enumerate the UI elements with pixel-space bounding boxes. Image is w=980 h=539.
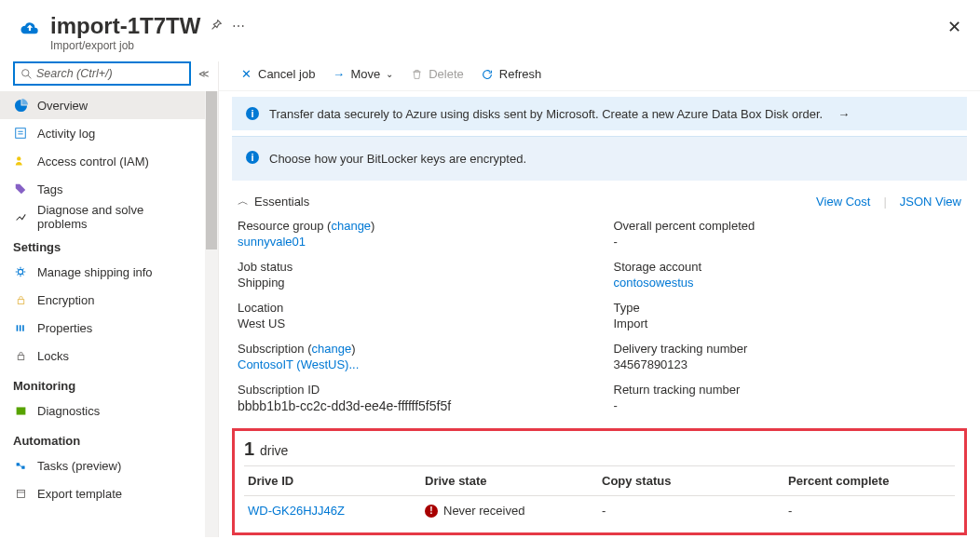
sidebar-item-properties[interactable]: Properties [0, 314, 205, 342]
percent-complete-value: - [788, 504, 951, 518]
sidebar-item-label: Access control (IAM) [37, 155, 149, 168]
drives-header-row: Drive ID Drive state Copy status Percent… [244, 465, 955, 496]
sidebar-item-iam[interactable]: Access control (IAM) [0, 147, 205, 175]
cancel-label: Cancel job [258, 67, 315, 81]
svg-point-6 [18, 269, 22, 274]
sidebar-item-label: Tags [37, 182, 62, 196]
cancel-job-button[interactable]: ✕ Cancel job [239, 67, 315, 81]
sidebar-item-label: Properties [37, 321, 92, 335]
move-label: Move [350, 67, 380, 81]
col-drive-id: Drive ID [248, 474, 425, 488]
col-percent-complete: Percent complete [788, 474, 951, 488]
scrollbar-thumb[interactable] [206, 91, 217, 249]
sidebar-item-export[interactable]: Export template [0, 479, 205, 507]
sidebar-item-overview[interactable]: Overview [0, 91, 205, 119]
col-copy-status: Copy status [602, 474, 788, 488]
sidebar-item-label: Locks [37, 349, 69, 363]
sidebar-item-label: Tasks (preview) [37, 459, 121, 473]
svg-text:i: i [251, 152, 253, 163]
search-input[interactable] [36, 67, 184, 80]
view-cost-link[interactable]: View Cost [816, 195, 870, 209]
pin-icon[interactable] [210, 19, 223, 34]
refresh-icon [481, 68, 494, 81]
sidebar-item-tags[interactable]: Tags [0, 175, 205, 203]
svg-rect-13 [16, 463, 19, 465]
more-icon[interactable]: ⋯ [232, 19, 245, 34]
page-title: import-1T7TW [50, 13, 200, 39]
refresh-button[interactable]: Refresh [481, 67, 542, 81]
arrow-right-icon: → [837, 107, 850, 121]
status-value: Shipping [238, 276, 586, 290]
change-subscription-link[interactable]: change [312, 342, 352, 356]
sidebar-item-label: Export template [37, 487, 122, 501]
return-label: Return tracking number [614, 383, 962, 397]
essentials-toggle[interactable]: ︿ Essentials [238, 194, 309, 209]
col-drive-state: Drive state [425, 474, 602, 488]
banner-text: Choose how your BitLocker keys are encry… [269, 152, 526, 166]
diagnose-icon [13, 209, 28, 224]
svg-rect-16 [17, 490, 24, 497]
tags-icon [13, 182, 28, 196]
return-value: - [614, 398, 962, 412]
delete-icon [410, 68, 423, 81]
move-button[interactable]: → Move ⌄ [332, 67, 393, 81]
essentials-grid: Resource group (change) sunnyvale01 Over… [219, 215, 980, 423]
drive-id-link[interactable]: WD-GK26HJJ46Z [248, 504, 345, 518]
location-label: Location [238, 301, 586, 315]
subid-label: Subscription ID [238, 383, 586, 397]
json-view-link[interactable]: JSON View [900, 195, 961, 209]
sidebar-item-locks[interactable]: Locks [0, 342, 205, 370]
sidebar-section-settings: Settings [0, 231, 218, 258]
diagnostics-icon [13, 403, 28, 418]
locks-icon [13, 348, 28, 363]
delete-button: Delete [410, 67, 464, 81]
error-icon: ! [425, 505, 438, 518]
separator: | [883, 195, 886, 209]
tasks-icon [13, 458, 28, 473]
svg-text:i: i [251, 108, 253, 119]
sidebar: ≪ Overview Activity log Access control (… [0, 61, 219, 537]
storage-value[interactable]: contosowestus [614, 276, 694, 290]
storage-label: Storage account [614, 260, 962, 274]
collapse-sidebar-icon[interactable]: ≪ [198, 68, 210, 80]
sidebar-section-monitoring: Monitoring [0, 370, 218, 397]
export-template-icon [13, 486, 28, 501]
subscription-label: Subscription [238, 342, 305, 356]
info-banner-bitlocker[interactable]: i Choose how your BitLocker keys are enc… [232, 136, 967, 181]
resource-group-label: Resource group [238, 219, 324, 233]
drive-state-value: Never received [443, 504, 524, 518]
cancel-icon: ✕ [239, 68, 252, 81]
blade-header: import-1T7TW ⋯ Import/export job ✕ [0, 0, 980, 61]
sidebar-item-shipping[interactable]: Manage shipping info [0, 258, 205, 286]
svg-rect-11 [18, 355, 24, 359]
sidebar-item-encryption[interactable]: Encryption [0, 286, 205, 314]
sidebar-item-label: Diagnose and solve problems [37, 203, 192, 231]
sidebar-item-diagnose[interactable]: Diagnose and solve problems [0, 203, 205, 231]
subscription-value[interactable]: ContosoIT (WestUS)... [238, 357, 359, 371]
close-icon[interactable]: ✕ [947, 17, 961, 37]
command-bar: ✕ Cancel job → Move ⌄ Delete Refresh [219, 61, 980, 91]
svg-line-1 [28, 75, 31, 78]
sidebar-item-tasks[interactable]: Tasks (preview) [0, 451, 205, 479]
svg-rect-7 [18, 299, 24, 303]
sidebar-item-activity[interactable]: Activity log [0, 119, 205, 147]
pct-value: - [614, 235, 962, 249]
pct-label: Overall percent completed [614, 219, 962, 233]
delete-label: Delete [429, 67, 464, 81]
move-icon: → [332, 68, 345, 81]
resource-group-value[interactable]: sunnyvale01 [238, 235, 306, 249]
type-label: Type [614, 301, 962, 315]
svg-rect-2 [16, 128, 26, 139]
change-rg-link[interactable]: change [331, 219, 371, 233]
search-box[interactable] [13, 61, 191, 86]
sidebar-item-label: Encryption [37, 293, 94, 307]
sidebar-item-label: Manage shipping info [37, 265, 153, 279]
svg-rect-12 [16, 407, 25, 414]
sidebar-item-diagnostics[interactable]: Diagnostics [0, 397, 205, 424]
lock-icon [13, 292, 28, 307]
status-label: Job status [238, 260, 586, 274]
refresh-label: Refresh [499, 67, 542, 81]
info-banner-databox[interactable]: i Transfer data securely to Azure using … [232, 97, 967, 130]
iam-icon [13, 154, 28, 168]
delivery-label: Delivery tracking number [614, 342, 962, 356]
